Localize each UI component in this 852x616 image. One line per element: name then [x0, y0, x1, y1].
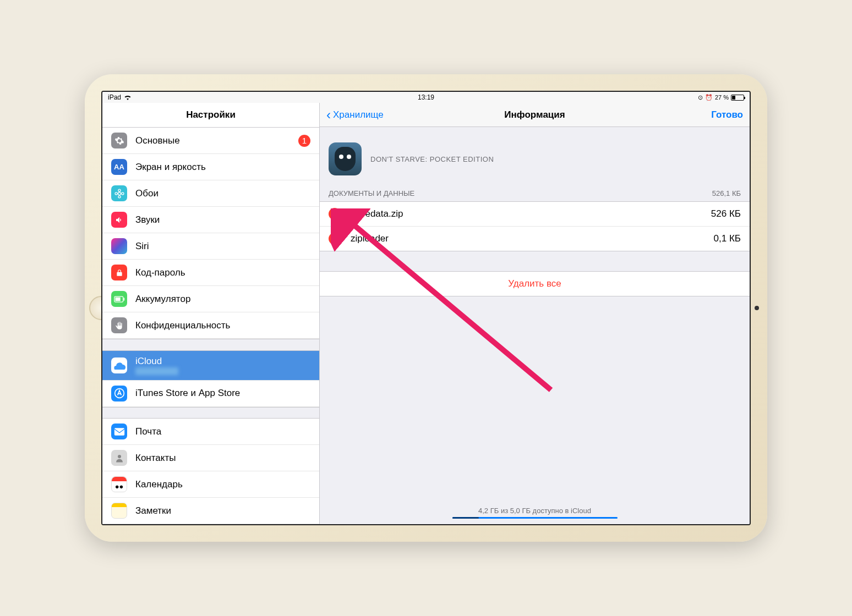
- battery-percent: 27 %: [715, 94, 729, 101]
- svg-point-2: [118, 195, 120, 197]
- notification-badge: 1: [298, 135, 310, 147]
- svg-rect-6: [123, 298, 124, 300]
- settings-sidebar: Настройки Основные1AAЭкран и яркостьОбои…: [102, 103, 320, 524]
- sidebar-item-label: Аккумулятор: [135, 294, 310, 305]
- screen: iPad 13:19 ⊙ ⏰ 27 % Настройки Основные1A…: [101, 91, 751, 525]
- ipad-frame: iPad 13:19 ⊙ ⏰ 27 % Настройки Основные1A…: [85, 74, 767, 542]
- sidebar-item-конфиденциальность[interactable]: Конфиденциальность: [102, 312, 319, 339]
- svg-point-1: [118, 189, 120, 191]
- delete-minus-icon[interactable]: [329, 233, 341, 245]
- nav-bar: ‹ Хранилище Информация Готово: [320, 103, 750, 127]
- sidebar-title: Настройки: [102, 103, 319, 128]
- sidebar-item-обои[interactable]: Обои: [102, 180, 319, 207]
- sidebar-item-label: Почта: [135, 426, 310, 437]
- delete-all-button[interactable]: Удалить все: [320, 271, 750, 296]
- done-button[interactable]: Готово: [711, 109, 743, 120]
- mail-icon: [111, 424, 127, 439]
- delete-minus-icon[interactable]: [329, 208, 341, 220]
- gear-icon: [111, 133, 127, 148]
- section-divider: [102, 407, 319, 419]
- file-name: ziploader: [351, 233, 714, 244]
- file-row[interactable]: savedata.zip526 КБ: [320, 202, 750, 227]
- section-label: ДОКУМЕНТЫ И ДАННЫЕ: [329, 189, 414, 197]
- file-list: savedata.zip526 КБziploader0,1 КБ: [320, 201, 750, 251]
- app-header: DON'T STARVE: POCKET EDITION: [320, 127, 750, 185]
- app-name-label: DON'T STARVE: POCKET EDITION: [370, 155, 494, 163]
- svg-point-0: [118, 192, 121, 195]
- storage-footer: 4,2 ГБ из 5,0 ГБ доступно в iCloud: [320, 507, 750, 519]
- storage-bar: [452, 517, 618, 519]
- sidebar-item-label: Код-пароль: [135, 267, 310, 278]
- documents-section-header: ДОКУМЕНТЫ И ДАННЫЕ 526,1 КБ: [320, 185, 750, 201]
- back-button[interactable]: ‹ Хранилище: [326, 108, 384, 122]
- sidebar-item-subtitle: xxxxxxxxxxxxx: [135, 367, 310, 375]
- sidebar-item-label: iCloud: [135, 356, 310, 367]
- battery-icon: [111, 291, 127, 307]
- sidebar-item-label: Звуки: [135, 215, 310, 226]
- sidebar-item-label: Siri: [135, 241, 310, 252]
- notes-icon: [111, 503, 127, 519]
- appstore-icon: [111, 386, 127, 402]
- svg-rect-9: [114, 428, 124, 435]
- sidebar-item-календарь[interactable]: ●●Календарь: [102, 471, 319, 498]
- svg-point-3: [115, 192, 117, 194]
- file-name: savedata.zip: [351, 208, 711, 219]
- sidebar-item-label: Обои: [135, 188, 310, 199]
- battery-icon: [731, 95, 744, 101]
- sidebar-item-почта[interactable]: Почта: [102, 419, 319, 445]
- calendar-icon: ●●: [111, 476, 127, 492]
- detail-pane: ‹ Хранилище Информация Готово DON'T STAR…: [320, 103, 750, 524]
- section-divider: [102, 339, 319, 351]
- svg-point-10: [118, 455, 121, 458]
- aA-icon: AA: [111, 159, 127, 175]
- sidebar-item-label: iTunes Store и App Store: [135, 388, 310, 399]
- app-icon: [329, 142, 362, 175]
- storage-text: 4,2 ГБ из 5,0 ГБ доступно в iCloud: [320, 507, 750, 515]
- cloud-icon: [111, 358, 127, 373]
- section-size: 526,1 КБ: [712, 189, 741, 197]
- alarm-icon: ⏰: [705, 94, 713, 101]
- flower-icon: [111, 185, 127, 201]
- back-label: Хранилище: [333, 109, 384, 120]
- wifi-icon: [124, 95, 132, 100]
- svg-point-4: [121, 192, 123, 194]
- file-size: 526 КБ: [711, 208, 741, 219]
- sidebar-item-siri[interactable]: Siri: [102, 233, 319, 260]
- rotation-lock-icon: ⊙: [698, 94, 703, 101]
- svg-rect-7: [115, 297, 120, 301]
- status-time: 13:19: [418, 94, 434, 101]
- chevron-left-icon: ‹: [326, 108, 331, 122]
- sidebar-item-аккумулятор[interactable]: Аккумулятор: [102, 286, 319, 312]
- device-label: iPad: [108, 94, 121, 101]
- sidebar-item-label: Календарь: [135, 479, 310, 490]
- siri-icon: [111, 238, 127, 254]
- sidebar-item-label: Экран и яркость: [135, 162, 310, 173]
- sidebar-item-label: Заметки: [135, 505, 310, 516]
- contacts-icon: [111, 450, 127, 466]
- sidebar-item-основные[interactable]: Основные1: [102, 128, 319, 154]
- sidebar-item-label: Контакты: [135, 453, 310, 464]
- camera-dot: [755, 306, 759, 310]
- file-row[interactable]: ziploader0,1 КБ: [320, 227, 750, 251]
- sidebar-item-звуки[interactable]: Звуки: [102, 207, 319, 233]
- nav-title: Информация: [504, 109, 565, 120]
- file-size: 0,1 КБ: [714, 233, 741, 244]
- sidebar-item-контакты[interactable]: Контакты: [102, 445, 319, 471]
- hand-icon: [111, 317, 127, 333]
- sidebar-item-icloud[interactable]: iCloudxxxxxxxxxxxxx: [102, 351, 319, 381]
- sidebar-item-код-пароль[interactable]: Код-пароль: [102, 260, 319, 286]
- sidebar-item-itunes-store-и-app-store[interactable]: iTunes Store и App Store: [102, 381, 319, 407]
- status-bar: iPad 13:19 ⊙ ⏰ 27 %: [102, 92, 750, 103]
- sidebar-item-label: Основные: [135, 135, 298, 146]
- sidebar-item-label: Конфиденциальность: [135, 320, 310, 331]
- sidebar-item-экран-и-яркость[interactable]: AAЭкран и яркость: [102, 154, 319, 180]
- lock-icon: [111, 265, 127, 280]
- speaker-icon: [111, 212, 127, 228]
- sidebar-item-заметки[interactable]: Заметки: [102, 498, 319, 524]
